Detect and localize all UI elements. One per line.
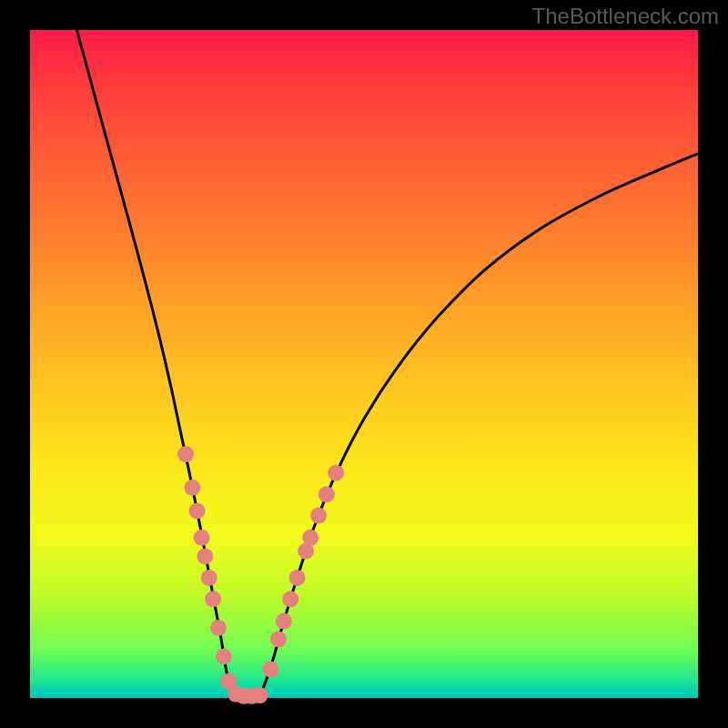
data-dot bbox=[197, 548, 213, 564]
data-dot bbox=[302, 530, 318, 546]
data-dot bbox=[318, 486, 335, 502]
curve-dots bbox=[177, 446, 344, 704]
data-dot bbox=[177, 446, 194, 462]
watermark-text: TheBottleneck.com bbox=[532, 4, 719, 29]
curve-svg bbox=[30, 30, 698, 698]
data-dot bbox=[262, 661, 278, 677]
data-dot bbox=[328, 465, 344, 481]
data-dot bbox=[282, 591, 298, 607]
data-dot bbox=[270, 631, 287, 647]
data-dot bbox=[310, 508, 327, 524]
data-dot bbox=[251, 687, 268, 703]
data-dot bbox=[189, 502, 206, 519]
data-dot bbox=[205, 591, 221, 607]
data-dot bbox=[289, 570, 306, 586]
data-dot bbox=[210, 620, 227, 636]
data-dot bbox=[184, 480, 200, 496]
curve-right bbox=[260, 154, 698, 695]
data-dot bbox=[276, 613, 292, 630]
chart-container: TheBottleneck.com bbox=[0, 0, 728, 728]
data-dot bbox=[194, 530, 210, 546]
data-dot bbox=[201, 570, 217, 586]
plot-area bbox=[30, 30, 698, 698]
data-dot bbox=[216, 648, 232, 664]
